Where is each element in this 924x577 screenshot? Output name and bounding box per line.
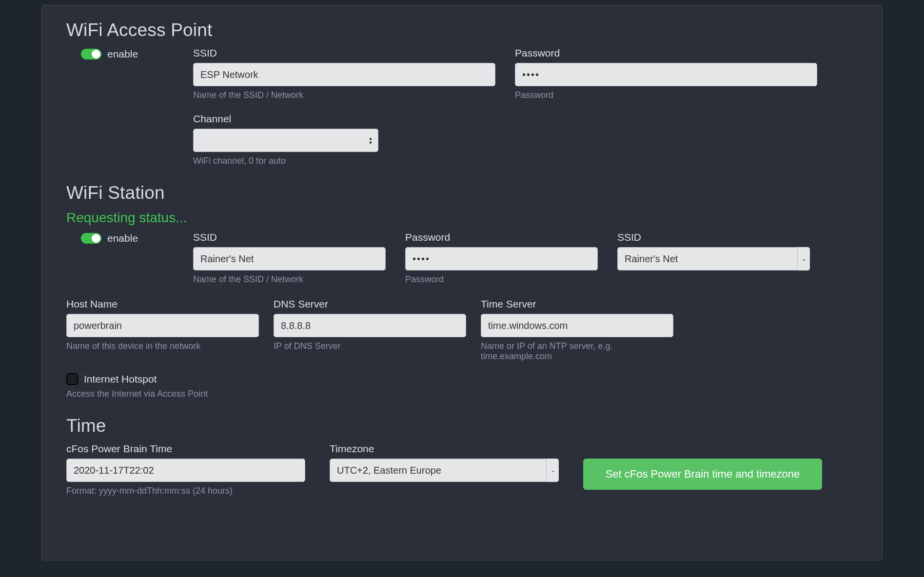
ap-ssid-label: SSID xyxy=(193,47,495,59)
brain-time-help: Format: yyyy-mm-ddThh:mm:ss (24 hours) xyxy=(66,486,305,496)
ap-channel-label: Channel xyxy=(193,113,378,125)
station-password-help: Password xyxy=(405,274,598,285)
ap-channel-input[interactable] xyxy=(193,129,378,152)
ap-channel-help: WiFi channel, 0 for auto xyxy=(193,156,378,166)
set-time-button[interactable]: Set cFos Power Brain time and timezone xyxy=(583,459,822,490)
ap-enable-label: enable xyxy=(107,48,138,60)
timezone-select[interactable] xyxy=(330,459,559,482)
ap-password-help: Password xyxy=(515,90,817,100)
ap-enable-toggle[interactable] xyxy=(81,49,101,59)
ap-password-input[interactable] xyxy=(515,63,817,86)
timezone-label: Timezone xyxy=(330,443,559,455)
station-ssid-input[interactable] xyxy=(193,247,386,270)
station-section-title: WiFi Station xyxy=(66,183,858,203)
station-ssid-label: SSID xyxy=(193,231,386,243)
ap-ssid-help: Name of the SSID / Network xyxy=(193,90,495,100)
station-enable-toggle[interactable] xyxy=(81,233,101,244)
hostname-input[interactable] xyxy=(66,314,259,337)
number-spinner-icon[interactable]: ▲▼ xyxy=(367,135,374,146)
station-ssid-select-label: SSID xyxy=(617,231,810,243)
internet-hotspot-checkbox[interactable] xyxy=(66,373,78,385)
brain-time-label: cFos Power Brain Time xyxy=(66,443,305,455)
internet-hotspot-help: Access the Internet via Access Point xyxy=(66,389,858,399)
dns-label: DNS Server xyxy=(274,298,466,310)
timeserver-label: Time Server xyxy=(481,298,673,310)
station-password-input[interactable] xyxy=(405,247,598,270)
brain-time-input[interactable] xyxy=(66,459,305,482)
config-panel: WiFi Access Point enable SSID Name of th… xyxy=(41,5,883,560)
dns-input[interactable] xyxy=(274,314,466,337)
station-password-label: Password xyxy=(405,231,598,243)
station-ssid-help: Name of the SSID / Network xyxy=(193,274,386,285)
ap-password-label: Password xyxy=(515,47,817,59)
hostname-label: Host Name xyxy=(66,298,259,310)
station-status-text: Requesting status... xyxy=(66,210,858,226)
station-enable-label: enable xyxy=(107,232,138,244)
station-ssid-select[interactable] xyxy=(617,247,810,270)
timeserver-help: Name or IP of an NTP server, e.g. time.e… xyxy=(481,341,673,362)
ap-section-title: WiFi Access Point xyxy=(66,20,858,40)
internet-hotspot-label: Internet Hotspot xyxy=(84,373,157,385)
hostname-help: Name of this device in the network xyxy=(66,341,259,351)
ap-ssid-input[interactable] xyxy=(193,63,495,86)
timeserver-input[interactable] xyxy=(481,314,673,337)
dns-help: IP of DNS Server xyxy=(274,341,466,351)
time-section-title: Time xyxy=(66,416,858,436)
